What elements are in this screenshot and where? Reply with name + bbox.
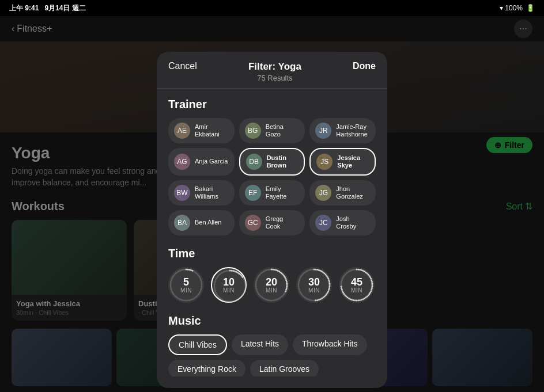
svg-point-257: [299, 289, 300, 291]
trainer-name: Betina Gozo: [266, 123, 300, 138]
svg-point-196: [272, 269, 274, 271]
svg-point-379: [371, 283, 373, 284]
cancel-button[interactable]: Cancel: [168, 61, 197, 71]
modal-body: Trainer AEAmir EkbataniBGBetina GozoJRJa…: [157, 89, 387, 376]
trainer-name: Dustin Brown: [267, 154, 299, 169]
svg-point-165: [271, 300, 273, 302]
svg-point-41: [171, 290, 173, 292]
trainer-avatar: JS: [316, 154, 333, 170]
svg-point-81: [244, 287, 246, 288]
svg-point-112: [214, 282, 216, 284]
svg-point-17: [201, 287, 202, 289]
svg-point-380: [372, 284, 373, 286]
svg-point-26: [191, 298, 193, 300]
music-tag[interactable]: Latest Hits: [232, 334, 288, 355]
svg-point-109: [214, 287, 216, 288]
svg-point-351: [341, 283, 342, 284]
trainer-item[interactable]: GCGregg Cook: [239, 210, 305, 235]
svg-point-278: [318, 269, 320, 271]
svg-point-32: [182, 299, 184, 301]
svg-point-287: [328, 279, 330, 281]
trainer-section-label: Trainer: [168, 98, 376, 111]
modal-title-area: Filter: Yoga 75 Results: [248, 61, 301, 82]
svg-point-178: [255, 287, 257, 289]
svg-point-377: [371, 279, 372, 281]
time-circle[interactable]: 10MIN: [211, 267, 247, 303]
svg-point-350: [341, 284, 342, 286]
svg-point-275: [313, 269, 315, 271]
svg-point-134: [241, 276, 243, 278]
svg-point-376: [370, 278, 372, 280]
svg-point-16: [201, 286, 202, 287]
trainer-name: Ben Allen: [195, 219, 221, 226]
svg-point-258: [298, 287, 300, 289]
trainer-item[interactable]: JSJessica Skye: [309, 148, 376, 176]
svg-point-122: [224, 271, 226, 272]
svg-point-97: [226, 300, 228, 302]
trainer-item[interactable]: JCJosh Crosby: [309, 210, 376, 235]
svg-point-352: [341, 281, 342, 283]
svg-point-79: [244, 284, 246, 286]
svg-point-260: [298, 284, 300, 286]
svg-point-106: [215, 291, 217, 293]
trainer-avatar: JR: [315, 123, 331, 139]
trainer-item[interactable]: AEAmir Ekbatani: [168, 118, 235, 143]
svg-point-124: [228, 270, 229, 272]
svg-point-168: [266, 299, 267, 300]
svg-point-128: [234, 271, 236, 272]
svg-point-397: [353, 299, 354, 301]
svg-point-407: [341, 289, 343, 291]
music-tag[interactable]: Throwback Hits: [293, 334, 367, 355]
trainer-item[interactable]: JRJamie-Ray Hartshorne: [309, 118, 376, 143]
svg-point-123: [226, 270, 228, 272]
music-tag[interactable]: Everything Rock: [168, 360, 245, 376]
trainer-avatar: BG: [245, 123, 261, 139]
svg-point-366: [357, 269, 359, 271]
trainer-item[interactable]: BABen Allen: [168, 210, 235, 235]
svg-point-274: [312, 269, 313, 271]
svg-point-382: [371, 287, 373, 289]
svg-point-77: [244, 280, 245, 282]
time-circle[interactable]: 30MIN: [296, 267, 332, 303]
trainer-avatar: GC: [245, 215, 261, 231]
time-circle[interactable]: 45MIN: [339, 267, 375, 303]
svg-point-42: [171, 289, 172, 291]
svg-point-303: [316, 299, 318, 301]
svg-point-197: [274, 269, 275, 271]
svg-point-13: [201, 281, 202, 283]
svg-point-83: [244, 290, 245, 292]
svg-point-293: [328, 289, 330, 291]
music-tag[interactable]: Latin Grooves: [250, 360, 319, 376]
done-button[interactable]: Done: [353, 61, 376, 71]
svg-point-277: [316, 269, 318, 271]
svg-point-273: [310, 269, 312, 271]
svg-point-192: [266, 269, 267, 271]
trainer-item[interactable]: EFEmily Fayette: [239, 180, 305, 205]
trainer-item[interactable]: BGBetina Gozo: [239, 118, 305, 143]
trainer-item[interactable]: JGJhon Gonzalez: [309, 180, 376, 205]
svg-point-126: [231, 270, 232, 272]
svg-point-364: [354, 269, 356, 271]
trainer-name: Gregg Cook: [266, 215, 300, 230]
music-tag[interactable]: Chill Vibes: [168, 334, 227, 355]
svg-point-183: [256, 279, 258, 281]
svg-point-191: [265, 270, 266, 272]
svg-point-290: [329, 284, 331, 286]
svg-point-18: [200, 289, 202, 291]
svg-point-12: [200, 279, 202, 281]
time-circle[interactable]: 20MIN: [254, 267, 289, 303]
modal-header: Cancel Filter: Yoga 75 Results Done: [157, 52, 387, 89]
trainer-item[interactable]: BWBakari Williams: [168, 180, 235, 205]
time-circle[interactable]: 5MIN: [168, 267, 204, 303]
svg-point-56: [179, 270, 181, 272]
trainer-item[interactable]: DBDustin Brown: [239, 148, 305, 176]
svg-point-245: [313, 300, 315, 302]
trainer-item[interactable]: AGAnja Garcia: [168, 148, 235, 176]
svg-point-121: [223, 271, 225, 273]
svg-point-286: [327, 278, 329, 280]
svg-point-80: [245, 286, 247, 287]
svg-point-30: [186, 300, 187, 302]
svg-point-28: [188, 299, 190, 301]
svg-point-195: [271, 269, 273, 271]
svg-point-292: [328, 287, 330, 289]
